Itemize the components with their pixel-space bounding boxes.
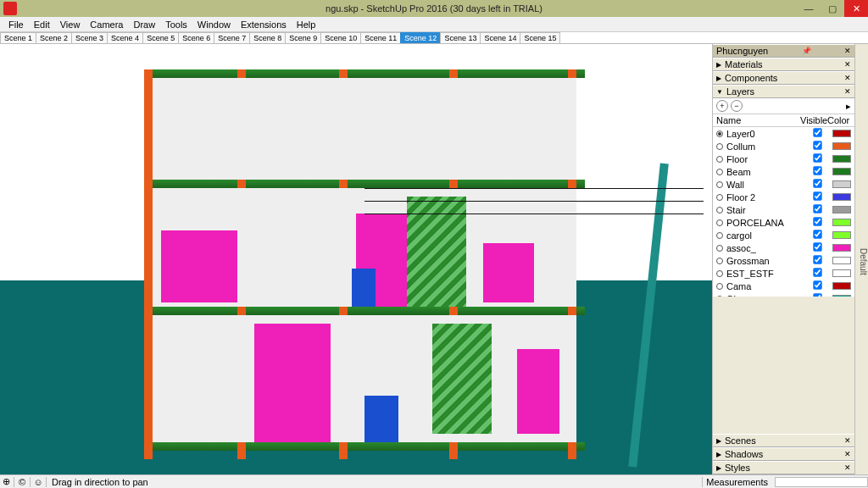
layer-color-swatch[interactable] <box>832 130 851 137</box>
status-geo-icon[interactable]: ⊕ <box>0 476 12 487</box>
status-credit-icon[interactable]: © <box>16 477 28 487</box>
layer-active-radio[interactable] <box>716 232 723 239</box>
menu-draw[interactable]: Draw <box>128 19 160 30</box>
tray-title[interactable]: Phucnguyen 📌 ✕ <box>713 44 854 58</box>
tray-close-icon[interactable]: ✕ <box>844 47 851 55</box>
scene-tab[interactable]: Scene 11 <box>360 32 401 43</box>
scene-tab[interactable]: Scene 7 <box>214 32 250 43</box>
scene-tab[interactable]: Scene 5 <box>142 32 179 43</box>
layer-menu-button[interactable]: ▸ <box>846 101 851 112</box>
layer-row[interactable]: Stair <box>713 203 854 216</box>
layer-row[interactable]: Layer0 <box>713 127 854 140</box>
layer-active-radio[interactable] <box>716 207 723 214</box>
layer-color-swatch[interactable] <box>832 257 851 264</box>
layer-row[interactable]: cargol <box>713 229 854 241</box>
maximize-button[interactable]: ▢ <box>821 0 844 17</box>
scene-tab[interactable]: Scene 9 <box>285 32 321 43</box>
layer-visible-checkbox[interactable] <box>804 254 831 267</box>
section-styles[interactable]: ▶Styles✕ <box>713 461 854 474</box>
section-layers[interactable]: ▼Layers✕ <box>713 85 854 98</box>
layer-row[interactable]: EST_ESTF <box>713 267 854 280</box>
menu-help[interactable]: Help <box>292 19 321 30</box>
layer-visible-checkbox[interactable] <box>804 152 831 165</box>
layer-visible-checkbox[interactable] <box>804 140 831 152</box>
layer-active-radio[interactable] <box>716 169 723 175</box>
layer-color-swatch[interactable] <box>832 142 851 150</box>
layer-color-swatch[interactable] <box>832 180 851 188</box>
scene-tab[interactable]: Scene 14 <box>480 32 520 43</box>
scene-tab[interactable]: Scene 1 <box>0 32 36 43</box>
menu-edit[interactable]: Edit <box>29 19 55 30</box>
layer-color-swatch[interactable] <box>832 219 851 226</box>
layer-visible-checkbox[interactable] <box>804 216 831 229</box>
scene-tab[interactable]: Scene 2 <box>36 32 72 43</box>
layer-color-swatch[interactable] <box>832 231 851 239</box>
layer-active-radio[interactable] <box>716 245 723 252</box>
measurements-input[interactable] <box>775 477 868 487</box>
layer-active-radio[interactable] <box>716 130 723 137</box>
menu-view[interactable]: View <box>55 19 86 30</box>
layer-active-radio[interactable] <box>716 194 723 201</box>
layer-color-swatch[interactable] <box>832 244 851 252</box>
layer-active-radio[interactable] <box>716 219 723 226</box>
menu-camera[interactable]: Camera <box>85 19 128 30</box>
layer-visible-checkbox[interactable] <box>804 241 831 254</box>
layer-active-radio[interactable] <box>716 283 723 290</box>
tray-pin-icon[interactable]: 📌 <box>802 47 811 55</box>
layer-visible-checkbox[interactable] <box>804 127 831 140</box>
layer-add-button[interactable]: + <box>716 100 728 112</box>
layer-col-visible[interactable]: Visible <box>800 115 827 125</box>
close-button[interactable]: ✕ <box>844 0 868 17</box>
menu-extensions[interactable]: Extensions <box>236 19 292 30</box>
layer-color-swatch[interactable] <box>832 168 851 175</box>
layer-row[interactable]: Beam <box>713 165 854 178</box>
layer-color-swatch[interactable] <box>832 155 851 163</box>
section-materials[interactable]: ▶Materials✕ <box>713 58 854 71</box>
scene-tab[interactable]: Scene 15 <box>520 32 560 43</box>
model-viewport[interactable] <box>0 44 712 474</box>
layer-active-radio[interactable] <box>716 143 723 150</box>
layer-col-color[interactable]: Color <box>827 115 851 125</box>
section-components[interactable]: ▶Components✕ <box>713 71 854 85</box>
layer-active-radio[interactable] <box>716 258 723 264</box>
menu-window[interactable]: Window <box>192 19 236 30</box>
menu-tools[interactable]: Tools <box>160 19 192 30</box>
layer-row[interactable]: Cama <box>713 280 854 292</box>
scene-tab[interactable]: Scene 6 <box>178 32 214 43</box>
scene-tab[interactable]: Scene 13 <box>440 32 481 43</box>
layer-active-radio[interactable] <box>716 296 723 297</box>
menu-file[interactable]: File <box>3 19 29 30</box>
layer-visible-checkbox[interactable] <box>804 165 831 178</box>
scene-tab[interactable]: Scene 12 <box>400 32 441 43</box>
layer-row[interactable]: Grossman <box>713 254 854 267</box>
status-person-icon[interactable]: ☺ <box>32 477 44 487</box>
layer-active-radio[interactable] <box>716 181 723 188</box>
scene-tab[interactable]: Scene 3 <box>71 32 108 43</box>
layer-list[interactable]: Layer0CollumFloorBeamWallFloor 2StairPOR… <box>713 127 854 297</box>
default-tray-tab[interactable]: Default <box>854 44 868 474</box>
scene-tab[interactable]: Scene 4 <box>107 32 143 43</box>
layer-visible-checkbox[interactable] <box>804 178 831 191</box>
layer-row[interactable]: assoc_ <box>713 241 854 254</box>
section-shadows[interactable]: ▶Shadows✕ <box>713 447 854 461</box>
layer-col-name[interactable]: Name <box>716 115 800 125</box>
layer-visible-checkbox[interactable] <box>804 267 831 280</box>
layer-color-swatch[interactable] <box>832 282 851 290</box>
layer-active-radio[interactable] <box>716 270 723 277</box>
layer-visible-checkbox[interactable] <box>804 280 831 292</box>
layer-color-swatch[interactable] <box>832 193 851 201</box>
layer-remove-button[interactable]: − <box>731 100 743 112</box>
section-scenes[interactable]: ▶Scenes✕ <box>713 434 854 447</box>
scene-tab[interactable]: Scene 8 <box>249 32 286 43</box>
layer-visible-checkbox[interactable] <box>804 191 831 203</box>
layer-visible-checkbox[interactable] <box>804 203 831 216</box>
layer-row[interactable]: Collum <box>713 140 854 152</box>
layer-row[interactable]: Floor <box>713 152 854 165</box>
scene-tab[interactable]: Scene 10 <box>320 32 361 43</box>
layer-color-swatch[interactable] <box>832 206 851 214</box>
layer-active-radio[interactable] <box>716 156 723 163</box>
minimize-button[interactable]: — <box>797 0 821 17</box>
layer-row[interactable]: Floor 2 <box>713 191 854 203</box>
layer-visible-checkbox[interactable] <box>804 229 831 241</box>
layer-color-swatch[interactable] <box>832 269 851 277</box>
